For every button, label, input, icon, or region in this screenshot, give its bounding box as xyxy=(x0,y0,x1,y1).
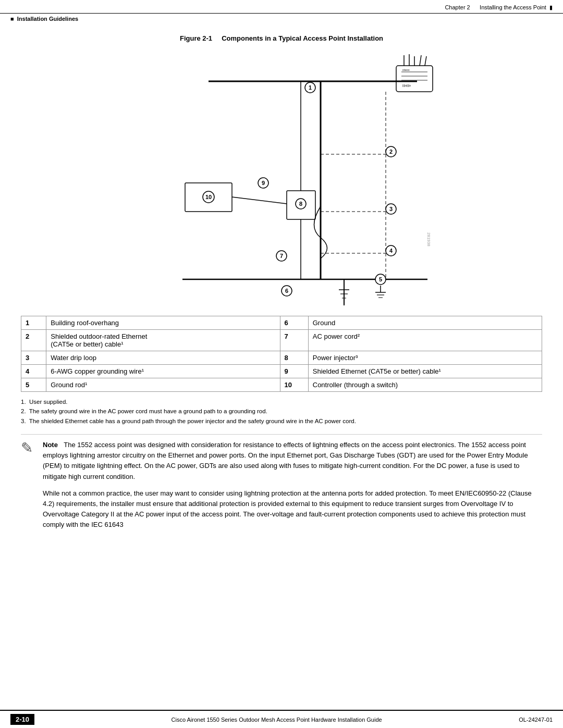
row-num-right: 8 xyxy=(280,351,308,365)
figure-title: Figure 2-1 Components in a Typical Acces… xyxy=(21,34,542,42)
row-desc-right: Ground xyxy=(308,316,542,330)
table-row: 2Shielded outdoor-rated Ethernet(CAT5e o… xyxy=(21,330,542,351)
svg-text:4: 4 xyxy=(389,248,393,254)
note-paragraph-2: While not a common practice, the user ma… xyxy=(43,488,542,530)
components-table: 1Building roof-overhang6Ground2Shielded … xyxy=(21,316,542,392)
sub-header-icon: ■ xyxy=(10,16,17,22)
svg-text:9: 9 xyxy=(262,180,265,186)
row-desc-right: Shielded Ethernet (CAT5e or better) cabl… xyxy=(308,365,542,378)
footer-doc-number: OL-24247-01 xyxy=(519,717,553,723)
footnote: 2. The safety ground wire in the AC powe… xyxy=(21,406,542,416)
svg-text:10: 10 xyxy=(205,194,212,200)
row-num-right: 6 xyxy=(280,316,308,330)
row-num-left: 1 xyxy=(21,316,46,330)
row-desc-left: Ground rod¹ xyxy=(46,378,280,392)
svg-text:5: 5 xyxy=(379,276,382,282)
svg-rect-2 xyxy=(396,66,433,92)
row-desc-right: AC power cord² xyxy=(308,330,542,351)
table-row: 1Building roof-overhang6Ground xyxy=(21,316,542,330)
row-desc-left: Shielded outdoor-rated Ethernet(CAT5e or… xyxy=(46,330,280,351)
note-icon: ✎ xyxy=(21,441,36,530)
table-row: 46-AWG copper grounding wire¹9Shielded E… xyxy=(21,365,542,378)
svg-text:2: 2 xyxy=(389,149,393,155)
row-desc-right: Controller (through a switch) xyxy=(308,378,542,392)
row-num-left: 2 xyxy=(21,330,46,351)
chapter-section: Installing the Access Point xyxy=(480,4,546,10)
page-header: Chapter 2 Installing the Access Point ▮ xyxy=(0,0,563,14)
diagram-svg: cisco ||||o||||o 1 2 3 xyxy=(104,50,459,305)
svg-text:281938: 281938 xyxy=(426,232,431,246)
chapter-label: Chapter 2 xyxy=(445,4,470,10)
row-num-left: 5 xyxy=(21,378,46,392)
page-footer: 2-10 Cisco Aironet 1550 Series Outdoor M… xyxy=(0,710,563,728)
svg-text:||||o||||o: ||||o||||o xyxy=(402,84,411,87)
svg-text:8: 8 xyxy=(299,201,302,207)
row-desc-left: Building roof-overhang xyxy=(46,316,280,330)
footnote: 3. The shielded Ethernet cable has a gro… xyxy=(21,416,542,426)
note-paragraph-1: The 1552 access point was designed with … xyxy=(43,441,528,480)
chapter-info: Chapter 2 Installing the Access Point ▮ xyxy=(445,4,553,11)
note-label: Note xyxy=(43,440,58,449)
figure-caption: Components in a Typical Access Point Ins… xyxy=(222,34,383,42)
note-body: Note The 1552 access point was designed … xyxy=(43,440,542,530)
svg-line-11 xyxy=(420,55,421,66)
svg-line-43 xyxy=(232,197,287,204)
table-row: 3Water drip loop8Power injector³ xyxy=(21,351,542,365)
sub-header: ■ Installation Guidelines xyxy=(0,14,563,24)
row-num-left: 3 xyxy=(21,351,46,365)
svg-text:cisco: cisco xyxy=(402,68,410,71)
main-content: Figure 2-1 Components in a Typical Acces… xyxy=(0,24,563,551)
row-desc-left: 6-AWG copper grounding wire¹ xyxy=(46,365,280,378)
footnotes: 1. User supplied.2. The safety ground wi… xyxy=(21,397,542,426)
figure-number: Figure 2-1 xyxy=(180,34,212,42)
row-num-left: 4 xyxy=(21,365,46,378)
footer-page-number: 2-10 xyxy=(10,714,34,725)
row-desc-right: Power injector³ xyxy=(308,351,542,365)
svg-text:1: 1 xyxy=(309,84,312,91)
svg-text:3: 3 xyxy=(389,206,393,212)
footnote: 1. User supplied. xyxy=(21,397,542,406)
svg-line-12 xyxy=(425,56,426,66)
footer-doc-title: Cisco Aironet 1550 Series Outdoor Mesh A… xyxy=(34,717,519,723)
row-desc-left: Water drip loop xyxy=(46,351,280,365)
row-num-right: 7 xyxy=(280,330,308,351)
row-num-right: 10 xyxy=(280,378,308,392)
diagram-container: cisco ||||o||||o 1 2 3 xyxy=(21,50,542,305)
sub-section-label: Installation Guidelines xyxy=(17,16,78,22)
row-num-right: 9 xyxy=(280,365,308,378)
svg-text:7: 7 xyxy=(280,253,283,259)
note-section: ✎ Note The 1552 access point was designe… xyxy=(21,434,542,530)
table-row: 5Ground rod¹10Controller (through a swit… xyxy=(21,378,542,392)
svg-text:6: 6 xyxy=(285,288,288,294)
